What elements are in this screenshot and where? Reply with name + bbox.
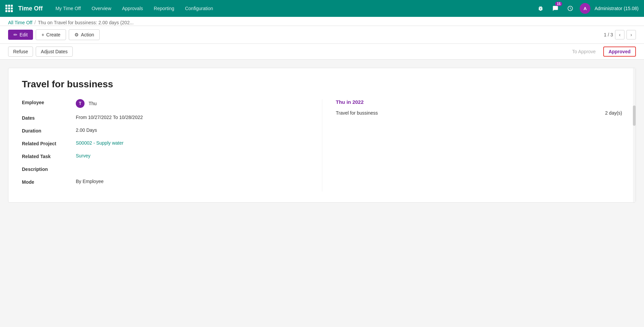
record-card: Travel for bussiness Employee T Thu Date… [8, 68, 636, 203]
gear-icon: ⚙ [74, 32, 79, 37]
refuse-button[interactable]: Refuse [8, 47, 33, 57]
chat-badge: 15 [555, 2, 562, 6]
nav-approvals[interactable]: Approvals [117, 4, 148, 13]
toolbar: ✏ Edit + Create ⚙ Action 1 / 3 ‹ › [0, 26, 644, 44]
summary-type: Travel for bussiness [336, 110, 378, 116]
employee-label: Employee [22, 99, 76, 105]
status-to-approve[interactable]: To Approve [568, 47, 601, 56]
user-avatar[interactable]: A [580, 3, 590, 14]
pagination-text: 1 / 3 [604, 32, 613, 37]
related-project-field: Related Project S00002 - Supply water [22, 140, 309, 146]
dates-label: Dates [22, 115, 76, 121]
clock-icon[interactable] [565, 3, 576, 14]
record-title: Travel for bussiness [22, 79, 622, 90]
action-button[interactable]: ⚙ Action [69, 29, 100, 40]
breadcrumb-parent[interactable]: All Time Off [8, 20, 32, 25]
mode-label: Mode [22, 179, 76, 185]
related-task-value[interactable]: Survey [76, 153, 309, 158]
create-button[interactable]: + Create [36, 29, 66, 40]
employee-avatar-icon: T [76, 99, 85, 108]
scrollbar-track[interactable] [633, 68, 636, 202]
employee-name: Thu [89, 101, 97, 106]
form-grid: Employee T Thu Dates From 10/27/2022 To … [22, 99, 622, 191]
description-label: Description [22, 166, 76, 172]
topnav: Time Off My Time Off Overview Approvals … [0, 0, 644, 17]
form-right: Thu in 2022 Travel for bussiness 2 day(s… [322, 99, 622, 191]
pencil-icon: ✏ [13, 32, 18, 37]
edit-button[interactable]: ✏ Edit [8, 30, 33, 40]
breadcrumb-current: Thu on Travel for bussiness: 2.00 days (… [38, 20, 134, 25]
topnav-right: 15 A Administrator (15.08) [535, 3, 639, 14]
breadcrumb-separator: / [34, 20, 36, 26]
description-field: Description [22, 166, 309, 172]
dates-value: From 10/27/2022 To 10/28/2022 [76, 115, 309, 120]
employee-field: Employee T Thu [22, 99, 309, 108]
related-task-field: Related Task Survey [22, 153, 309, 159]
status-approved-button[interactable]: Approved [603, 47, 636, 57]
nav-reporting[interactable]: Reporting [149, 4, 179, 13]
bug-icon[interactable] [535, 3, 546, 14]
duration-field: Duration 2.00 Days [22, 127, 309, 133]
nav-overview[interactable]: Overview [87, 4, 116, 13]
summary-row: Travel for bussiness 2 day(s) [336, 110, 622, 116]
nav-configuration[interactable]: Configuration [180, 4, 218, 13]
main-content: Travel for bussiness Employee T Thu Date… [0, 60, 644, 211]
grid-icon[interactable] [5, 5, 13, 12]
related-project-value[interactable]: S00002 - Supply water [76, 140, 309, 146]
adjust-dates-button[interactable]: Adjust Dates [36, 47, 72, 57]
nav-my-time-off[interactable]: My Time Off [51, 4, 86, 13]
breadcrumb-area: All Time Off / Thu on Travel for bussine… [0, 17, 644, 26]
mode-field: Mode By Employee [22, 179, 309, 185]
related-project-label: Related Project [22, 140, 76, 146]
scrollbar-thumb[interactable] [633, 106, 636, 126]
form-left: Employee T Thu Dates From 10/27/2022 To … [22, 99, 322, 191]
plus-icon: + [41, 32, 44, 37]
nav-links: My Time Off Overview Approvals Reporting… [51, 4, 533, 13]
employee-value: T Thu [76, 99, 309, 108]
prev-button[interactable]: ‹ [615, 30, 624, 39]
breadcrumb: All Time Off / Thu on Travel for bussine… [8, 20, 636, 26]
summary-title: Thu in 2022 [336, 99, 622, 105]
related-task-label: Related Task [22, 153, 76, 159]
duration-label: Duration [22, 127, 76, 133]
pagination: 1 / 3 ‹ › [604, 30, 636, 39]
summary-count: 2 day(s) [605, 110, 622, 116]
app-title[interactable]: Time Off [18, 5, 43, 12]
mode-value: By Employee [76, 179, 309, 184]
next-button[interactable]: › [626, 30, 636, 39]
chat-icon[interactable]: 15 [550, 3, 561, 14]
dates-field: Dates From 10/27/2022 To 10/28/2022 [22, 115, 309, 121]
user-label[interactable]: Administrator (15.08) [594, 6, 639, 11]
statusbar: Refuse Adjust Dates To Approve Approved [0, 44, 644, 60]
duration-value: 2.00 Days [76, 127, 309, 133]
